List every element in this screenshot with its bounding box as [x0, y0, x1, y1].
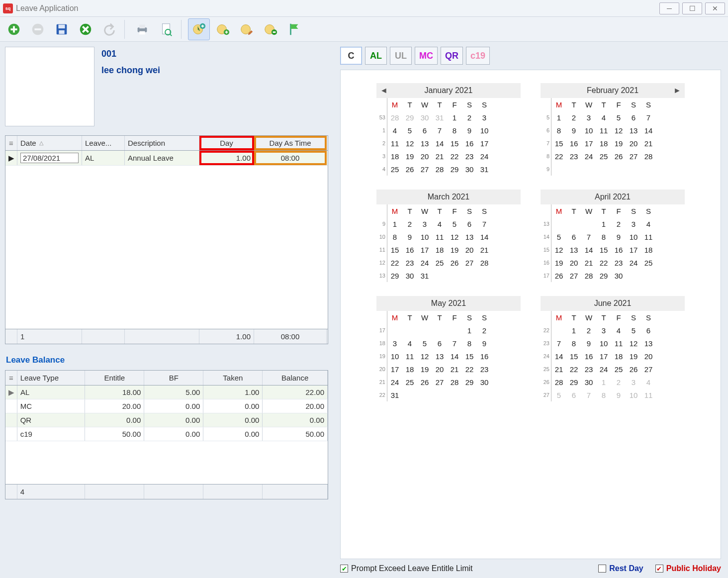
day-cell[interactable]: 11: [596, 124, 611, 137]
flag-button[interactable]: [283, 18, 305, 40]
day-cell[interactable]: 16: [462, 137, 477, 150]
day-cell[interactable]: 19: [417, 363, 432, 376]
day-cell[interactable]: 17: [477, 137, 492, 150]
day-cell[interactable]: 16: [402, 243, 417, 256]
day-cell[interactable]: 5: [551, 388, 566, 401]
day-cell[interactable]: 16: [611, 243, 626, 256]
maximize-button[interactable]: ☐: [682, 2, 702, 14]
day-cell[interactable]: 29: [596, 269, 611, 282]
day-cell[interactable]: 20: [462, 243, 477, 256]
day-cell[interactable]: 2: [462, 111, 477, 124]
leave-type-ul-button[interactable]: UL: [390, 47, 412, 65]
col-header-entitle[interactable]: Entitle: [85, 371, 144, 385]
cell-date[interactable]: 27/08/2021: [17, 151, 82, 165]
day-cell[interactable]: 28: [447, 376, 462, 388]
col-header-bf[interactable]: BF: [144, 371, 203, 385]
balance-grid[interactable]: ≡ Leave Type Entitle BF Taken Balance ▶A…: [5, 370, 328, 499]
leave-type-mc-button[interactable]: MC: [415, 47, 438, 65]
day-cell[interactable]: 11: [402, 350, 417, 363]
day-cell[interactable]: 9: [611, 388, 626, 401]
day-cell[interactable]: 27: [432, 376, 447, 388]
day-cell[interactable]: 25: [432, 256, 447, 269]
day-cell[interactable]: 27: [417, 163, 432, 176]
day-cell[interactable]: 5: [626, 324, 641, 337]
day-cell[interactable]: 24: [581, 150, 596, 163]
day-cell[interactable]: 20: [432, 363, 447, 376]
day-cell[interactable]: 3: [626, 217, 641, 230]
day-cell[interactable]: 26: [417, 376, 432, 388]
day-cell[interactable]: 30: [581, 376, 596, 388]
day-cell[interactable]: 6: [626, 111, 641, 124]
day-cell[interactable]: 13: [626, 124, 641, 137]
day-cell[interactable]: 31: [432, 111, 447, 124]
day-cell[interactable]: 17: [596, 350, 611, 363]
preview-button[interactable]: [155, 18, 177, 40]
day-cell[interactable]: 28: [432, 163, 447, 176]
day-cell[interactable]: 5: [551, 230, 566, 243]
day-cell[interactable]: 27: [641, 363, 656, 376]
prev-month-button[interactable]: ◄: [377, 83, 390, 98]
day-cell[interactable]: 28: [551, 376, 566, 388]
day-cell[interactable]: 10: [581, 124, 596, 137]
day-cell[interactable]: 4: [596, 111, 611, 124]
day-cell[interactable]: 4: [432, 217, 447, 230]
day-cell[interactable]: 8: [462, 337, 477, 350]
day-cell[interactable]: 23: [402, 256, 417, 269]
day-cell[interactable]: 13: [566, 243, 581, 256]
day-cell[interactable]: 9: [581, 337, 596, 350]
clock-apply-button[interactable]: [188, 18, 210, 40]
day-cell[interactable]: 7: [641, 111, 656, 124]
day-cell[interactable]: 7: [581, 388, 596, 401]
day-cell[interactable]: 1: [387, 217, 402, 230]
day-cell[interactable]: 10: [596, 337, 611, 350]
day-cell[interactable]: 7: [477, 217, 492, 230]
leave-type-c-button[interactable]: C: [340, 47, 362, 65]
grid-handle-icon[interactable]: ≡: [5, 136, 17, 150]
col-header-taken[interactable]: Taken: [203, 371, 263, 385]
day-cell[interactable]: 29: [402, 111, 417, 124]
day-cell[interactable]: 13: [417, 137, 432, 150]
day-cell[interactable]: 18: [596, 137, 611, 150]
minimize-button[interactable]: ─: [659, 2, 679, 14]
day-cell[interactable]: 19: [402, 150, 417, 163]
day-cell[interactable]: 22: [462, 363, 477, 376]
col-header-leave[interactable]: Leave...: [82, 136, 125, 150]
day-cell[interactable]: 10: [626, 230, 641, 243]
col-header-leave-type[interactable]: Leave Type: [17, 371, 86, 385]
day-cell[interactable]: 17: [387, 363, 402, 376]
day-cell[interactable]: 31: [387, 388, 402, 401]
table-row[interactable]: MC20.000.000.0020.00: [5, 399, 328, 413]
day-cell[interactable]: 22: [566, 363, 581, 376]
table-row[interactable]: c1950.000.000.0050.00: [5, 427, 328, 441]
day-cell[interactable]: 16: [477, 350, 492, 363]
day-cell[interactable]: 2: [566, 111, 581, 124]
day-cell[interactable]: 11: [611, 337, 626, 350]
day-cell[interactable]: 12: [417, 350, 432, 363]
cell-day[interactable]: 1.00: [199, 151, 254, 165]
day-cell[interactable]: 11: [432, 230, 447, 243]
day-cell[interactable]: 5: [447, 217, 462, 230]
day-cell[interactable]: 29: [566, 376, 581, 388]
day-cell[interactable]: 17: [417, 243, 432, 256]
day-cell[interactable]: 2: [611, 217, 626, 230]
day-cell[interactable]: 1: [447, 111, 462, 124]
day-cell[interactable]: 27: [626, 150, 641, 163]
day-cell[interactable]: 19: [447, 243, 462, 256]
day-cell[interactable]: 18: [387, 150, 402, 163]
day-cell[interactable]: 4: [641, 376, 656, 388]
day-cell[interactable]: 11: [387, 137, 402, 150]
day-cell[interactable]: 23: [566, 150, 581, 163]
day-cell[interactable]: 8: [596, 388, 611, 401]
new-button[interactable]: [3, 18, 25, 40]
day-cell[interactable]: 29: [447, 163, 462, 176]
prompt-exceed-checkbox[interactable]: ✔ Prompt Exceed Leave Entitle Limit: [340, 564, 473, 573]
day-cell[interactable]: 5: [402, 124, 417, 137]
day-cell[interactable]: 13: [432, 350, 447, 363]
day-cell[interactable]: 9: [462, 124, 477, 137]
col-header-balance[interactable]: Balance: [263, 371, 328, 385]
day-cell[interactable]: 15: [551, 137, 566, 150]
day-cell[interactable]: 2: [402, 217, 417, 230]
day-cell[interactable]: 12: [626, 337, 641, 350]
day-cell[interactable]: 3: [581, 111, 596, 124]
clock-remove-button[interactable]: [260, 18, 281, 40]
